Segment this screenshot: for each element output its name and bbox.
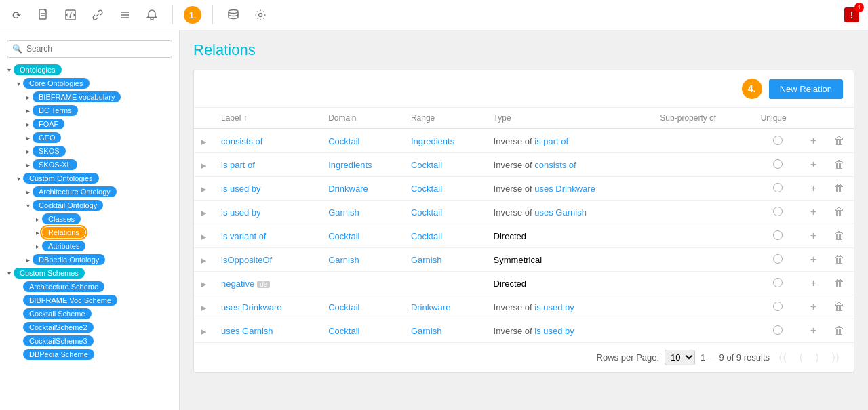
relation-label-link[interactable]: is used by bbox=[221, 207, 261, 218]
sidebar-item-architecture-scheme[interactable]: Architecture Scheme bbox=[0, 280, 179, 293]
sidebar-item-geo[interactable]: GEO bbox=[0, 131, 179, 144]
unique-radio[interactable] bbox=[773, 207, 783, 216]
type-link[interactable]: uses Drinkware bbox=[534, 184, 595, 194]
relation-label-link[interactable]: is part of bbox=[221, 160, 255, 170]
relation-label-link[interactable]: uses Garnish bbox=[221, 326, 273, 336]
tree-label-chip[interactable]: Cocktail Scheme bbox=[23, 308, 92, 319]
delete-row-button[interactable]: 🗑 bbox=[832, 159, 847, 171]
domain-link[interactable]: Cocktail bbox=[328, 231, 359, 241]
range-link[interactable]: Ingredients bbox=[411, 136, 454, 146]
range-link[interactable]: Garnish bbox=[411, 326, 442, 336]
tree-label-chip[interactable]: Attributes bbox=[42, 241, 85, 251]
tree-label-chip[interactable]: Custom Schemes bbox=[14, 268, 85, 279]
delete-row-button[interactable]: 🗑 bbox=[832, 301, 847, 313]
col-label[interactable]: Label ↑ bbox=[214, 108, 321, 129]
unique-radio[interactable] bbox=[773, 278, 783, 287]
unique-radio[interactable] bbox=[773, 302, 783, 311]
tree-label-chip[interactable]: CocktailScheme2 bbox=[23, 322, 94, 333]
type-link[interactable]: uses Garnish bbox=[534, 207, 587, 218]
range-link[interactable]: Cocktail bbox=[411, 231, 442, 241]
delete-row-button[interactable]: 🗑 bbox=[832, 182, 847, 194]
alert-icon[interactable]: ! 1 bbox=[842, 5, 861, 24]
row-expand-btn[interactable]: ▶ bbox=[201, 256, 206, 264]
range-link[interactable]: Drinkware bbox=[411, 302, 451, 312]
tree-label-chip[interactable]: SKOS bbox=[33, 146, 66, 157]
row-expand-btn[interactable]: ▶ bbox=[201, 232, 206, 241]
delete-row-button[interactable]: 🗑 bbox=[832, 277, 847, 289]
last-page-button[interactable]: ⟩⟩ bbox=[828, 350, 843, 365]
add-row-button[interactable]: + bbox=[808, 253, 818, 266]
tree-label-chip[interactable]: Core Ontologies bbox=[23, 78, 90, 89]
list-icon[interactable] bbox=[115, 5, 134, 24]
type-link[interactable]: consists of bbox=[534, 160, 576, 170]
tree-label-chip[interactable]: CocktailScheme3 bbox=[23, 335, 94, 346]
row-expand-btn[interactable]: ▶ bbox=[201, 161, 206, 169]
domain-link[interactable]: Cocktail bbox=[328, 302, 359, 312]
sidebar-item-architecture-ontology[interactable]: Architecture Ontology bbox=[0, 185, 179, 199]
relation-label-link[interactable]: is variant of bbox=[221, 231, 266, 241]
add-row-button[interactable]: + bbox=[808, 182, 818, 194]
relation-label-link[interactable]: uses Drinkware bbox=[221, 302, 282, 312]
delete-row-button[interactable]: 🗑 bbox=[832, 325, 847, 337]
sidebar-item-core-ontologies[interactable]: Core Ontologies bbox=[0, 77, 179, 90]
sidebar-item-skos[interactable]: SKOS bbox=[0, 144, 179, 158]
row-expand-btn[interactable]: ▶ bbox=[201, 209, 206, 217]
sidebar-item-cocktail-ontology[interactable]: Cocktail Ontology bbox=[0, 199, 179, 212]
delete-row-button[interactable]: 🗑 bbox=[832, 206, 847, 218]
prev-page-button[interactable]: ⟨ bbox=[795, 350, 806, 365]
tree-label-chip[interactable]: Ontologies bbox=[14, 64, 62, 75]
tree-label-chip[interactable]: Architecture Ontology bbox=[33, 186, 117, 197]
unique-radio[interactable] bbox=[773, 136, 783, 145]
sidebar-item-bibframe-vocabulary[interactable]: BIBFRAME vocabulary bbox=[0, 90, 179, 104]
tree-label-chip[interactable]: Relations bbox=[42, 227, 85, 238]
sidebar-item-ontologies[interactable]: Ontologies bbox=[0, 63, 179, 77]
add-row-button[interactable]: + bbox=[808, 277, 818, 289]
type-link[interactable]: is used by bbox=[534, 326, 574, 336]
range-link[interactable]: Cocktail bbox=[411, 184, 442, 194]
tree-label-chip[interactable]: Architecture Scheme bbox=[23, 281, 104, 292]
unique-radio[interactable] bbox=[773, 159, 783, 169]
relation-label-link[interactable]: isOppositeOf bbox=[221, 255, 272, 265]
gear-icon[interactable] bbox=[251, 5, 270, 24]
tree-label-chip[interactable]: BIBFRAME vocabulary bbox=[33, 91, 121, 102]
rows-per-page-select[interactable]: 10 25 50 bbox=[665, 350, 695, 365]
sidebar-item-cocktail-scheme[interactable]: Cocktail Scheme bbox=[0, 307, 179, 321]
add-row-button[interactable]: + bbox=[808, 230, 818, 242]
search-input[interactable] bbox=[7, 40, 172, 58]
row-expand-btn[interactable]: ▶ bbox=[201, 185, 206, 193]
sidebar-item-dbpedia-scheme[interactable]: DBPedia Scheme bbox=[0, 348, 179, 361]
relation-label-link[interactable]: consists of bbox=[221, 136, 262, 146]
row-expand-btn[interactable]: ▶ bbox=[201, 327, 206, 335]
bell-icon[interactable] bbox=[142, 5, 161, 24]
unique-radio[interactable] bbox=[773, 230, 783, 240]
sidebar-item-cocktailscheme2[interactable]: CocktailScheme2 bbox=[0, 321, 179, 334]
domain-link[interactable]: Garnish bbox=[328, 207, 359, 218]
unique-radio[interactable] bbox=[773, 325, 783, 335]
type-link[interactable]: is part of bbox=[534, 136, 568, 146]
row-expand-btn[interactable]: ▶ bbox=[201, 280, 206, 288]
add-row-button[interactable]: + bbox=[808, 301, 818, 313]
delete-row-button[interactable]: 🗑 bbox=[832, 135, 847, 147]
tree-label-chip[interactable]: DBPedia Scheme bbox=[23, 349, 94, 360]
domain-link[interactable]: Ingredients bbox=[328, 160, 372, 170]
sidebar-item-foaf[interactable]: FOAF bbox=[0, 117, 179, 131]
row-expand-btn[interactable]: ▶ bbox=[201, 138, 206, 146]
sidebar-item-custom-schemes[interactable]: Custom Schemes bbox=[0, 266, 179, 280]
delete-row-button[interactable]: 🗑 bbox=[832, 230, 847, 242]
row-expand-btn[interactable]: ▶ bbox=[201, 304, 206, 312]
sidebar-item-classes[interactable]: Classes bbox=[0, 212, 179, 226]
tree-label-chip[interactable]: DBpedia Ontology bbox=[33, 254, 105, 265]
add-row-button[interactable]: + bbox=[808, 159, 818, 171]
range-link[interactable]: Cocktail bbox=[411, 160, 442, 170]
add-row-button[interactable]: + bbox=[808, 135, 818, 147]
tree-label-chip[interactable]: SKOS-XL bbox=[33, 159, 77, 170]
range-link[interactable]: Garnish bbox=[411, 255, 442, 265]
tree-label-chip[interactable]: Classes bbox=[42, 213, 81, 224]
sidebar-item-bibframe-voc-scheme[interactable]: BIBFRAME Voc Scheme bbox=[0, 293, 179, 307]
add-row-button[interactable]: + bbox=[808, 206, 818, 218]
add-row-button[interactable]: + bbox=[808, 325, 818, 337]
next-page-button[interactable]: ⟩ bbox=[812, 350, 823, 365]
relation-label-link[interactable]: is used by bbox=[221, 184, 261, 194]
link-icon[interactable] bbox=[88, 5, 107, 24]
tree-label-chip[interactable]: GEO bbox=[33, 132, 61, 143]
